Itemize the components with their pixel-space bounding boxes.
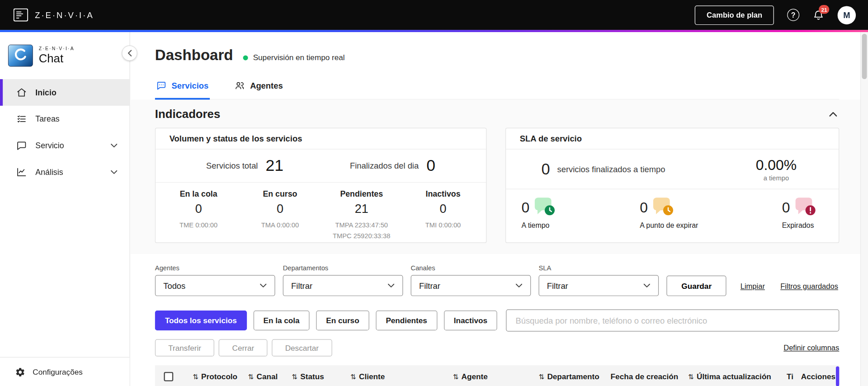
column-sub-line: TMPA 2233:47:50 [321,220,402,231]
column-label: Agente [462,372,488,381]
column-label: Pendientes [321,189,402,198]
column-header-departamento[interactable]: ⇅ Departamento [538,372,610,381]
finished-today: Finalizados del dia 0 [350,157,435,175]
product-logo-brand: Z·E·N·V·I·A [39,46,75,52]
select-value: Todos [163,281,185,290]
filter-agentes: Agentes Todos [155,264,275,296]
sla-on-time-icon [534,197,556,217]
canales-select[interactable]: Filtrar [411,275,531,297]
chevron-left-icon [127,50,132,56]
column-header-status[interactable]: ⇅ Status [292,372,350,381]
product-logo-name: Chat [39,52,75,65]
column-header-protocolo[interactable]: ⇅ Protocolo [193,372,248,381]
filter-inactivos[interactable]: Inactivos [444,311,497,330]
sidebar-item-label: Tareas [35,114,59,123]
sla-expired-icon [794,197,816,217]
chat-bubble-icon [156,80,166,91]
sidebar-item-inicio[interactable]: Inicio [0,79,130,106]
topbar-actions: Cambio de plan ? 21 M [695,5,856,25]
chevron-down-icon [259,283,267,288]
column-value: 21 [321,202,402,217]
sidebar-item-configuracoes[interactable]: Configurações [0,357,130,386]
filter-sla: SLA Filtrar [538,264,659,296]
topbar: Z·E·N·V·I·A Cambio de plan ? 21 M [0,0,868,30]
in-progress-column: En curso 0 TMA 0:00:00 [239,189,321,241]
agentes-select[interactable]: Todos [155,275,275,297]
chevron-down-icon [387,283,395,288]
indicator-cards: Volumen y status de los servicios Servic… [155,128,839,243]
sidebar-item-servicio[interactable]: Servicio [0,132,130,159]
column-header-fecha-creacion[interactable]: Fecha de creación [611,372,688,381]
sla-stat-on-time: 0 A tiempo [521,197,556,230]
select-all-checkbox[interactable] [164,372,173,381]
search-input[interactable] [506,309,840,331]
sla-card-title: SLA de servicio [506,128,839,150]
sidebar-item-analisis[interactable]: Análisis [0,159,130,185]
column-sub-line: TMPC 25920:33:38 [321,231,402,241]
filter-departamentos: Departamentos Filtrar [283,264,403,296]
product-logo-text: Z·E·N·V·I·A Chat [39,46,75,66]
avatar[interactable]: M [838,6,856,24]
filter-todos-los-servicios[interactable]: Todos los servicios [155,311,247,330]
column-label: Inactivos [402,189,484,198]
define-columns-link[interactable]: Definir columnas [783,344,839,352]
sort-icon: ⇅ [193,372,198,380]
chevron-down-icon [111,143,118,148]
page-scrollbar-thumb[interactable] [862,34,867,79]
save-filters-button[interactable]: Guardar [666,276,726,296]
sidebar-collapse-button[interactable] [122,45,137,61]
filter-pendientes[interactable]: Pendientes [376,311,437,330]
volume-card-title: Volumen y status de los servicios [156,128,486,150]
tab-label: Agentes [250,81,283,90]
tab-servicios[interactable]: Servicios [155,75,210,100]
sla-expiring-icon [652,197,675,217]
column-header-tiempo: Ti [787,372,801,381]
people-icon [234,80,245,91]
stat-label: A tiempo [521,221,556,230]
column-label: Status [300,372,324,381]
filter-en-la-cola[interactable]: En la cola [253,311,309,330]
transfer-button[interactable]: Transferir [155,339,214,357]
filter-label: Agentes [155,264,275,272]
filter-label: Departamentos [283,264,403,272]
column-header-canal[interactable]: ⇅ Canal [248,372,292,381]
notifications-button[interactable]: 21 [813,9,825,21]
queue-column: En la cola 0 TME 0:00:00 [158,189,239,241]
table-scrollbar-thumb[interactable] [836,367,839,386]
page-scrollbar[interactable] [860,32,868,386]
tasks-icon [16,113,27,124]
filters-row: Agentes Todos Departamentos Filtrar [131,254,868,296]
column-label: Última actualización [697,372,771,381]
filter-en-curso[interactable]: En curso [316,311,369,330]
select-value: Filtrar [419,281,440,290]
tab-agentes[interactable]: Agentes [233,75,284,100]
stat-label: Expirados [782,221,816,230]
sidebar-item-tareas[interactable]: Tareas [0,106,130,132]
filter-label: SLA [538,264,659,272]
sla-finished-on-time: 0 servicios finalizados a tiempo [542,160,665,178]
sla-card: SLA de servicio 0 servicios finalizados … [505,128,839,243]
sidebar-footer-label: Configurações [33,367,83,377]
indicators-header: Indicadores [155,108,839,121]
saved-filters-link[interactable]: Filtros guardados [780,282,838,296]
chevron-down-icon [643,283,651,288]
departamentos-select[interactable]: Filtrar [283,275,403,297]
column-header-agente[interactable]: ⇅ Agente [453,372,539,381]
indicators-section: Indicadores Volumen y status de los serv… [131,99,868,254]
sidebar: Z·E·N·V·I·A Chat Inicio [0,32,130,386]
help-icon[interactable]: ? [787,9,799,21]
change-plan-button[interactable]: Cambio de plan [695,5,774,25]
chevron-up-icon[interactable] [827,109,839,119]
column-header-cliente[interactable]: ⇅ Cliente [350,372,453,381]
sla-percent-label: a tiempo [756,174,797,182]
service-status-tabs: Todos los servicios En la cola En curso … [155,311,497,330]
close-button[interactable]: Cerrar [219,339,267,357]
sla-select[interactable]: Filtrar [538,275,659,297]
sla-percent-value: 0.00% [756,156,797,174]
services-total-value: 21 [266,157,284,175]
clear-filters-link[interactable]: Limpiar [741,282,765,296]
column-header-ultima-actualizacion[interactable]: ⇅ Última actualización [688,372,787,381]
sort-icon: ⇅ [453,372,459,380]
home-icon [16,87,27,98]
discard-button[interactable]: Descartar [272,339,332,357]
